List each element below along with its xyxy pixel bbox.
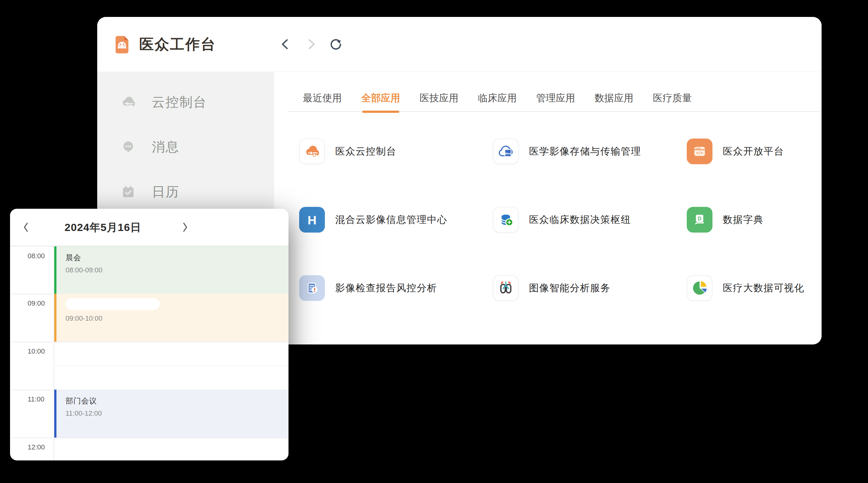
content-area: 最近使用 全部应用 医技应用 临床应用 管理应用 数据应用 医疗质量 <box>274 72 822 345</box>
event-title: 晨会 <box>66 253 288 263</box>
app-label: 影像检查报告风控分析 <box>335 282 437 295</box>
svg-text:</>: </> <box>696 151 703 155</box>
app-label: 医众临床数据决策枢纽 <box>529 213 631 226</box>
app-item-image-ai-analysis[interactable]: 图像智能分析服务 <box>493 275 687 301</box>
event-color-bar <box>54 390 57 438</box>
svg-text:H: H <box>308 213 317 227</box>
pie-chart-icon <box>687 275 712 301</box>
app-item-open-platform[interactable]: </> 医众开放平台 <box>687 138 822 164</box>
hour-gridline <box>10 342 288 342</box>
browser-nav <box>278 33 343 55</box>
calendar-icon <box>120 183 137 200</box>
event-color-bar <box>54 294 57 342</box>
refresh-button[interactable] <box>329 37 343 52</box>
time-label: 09:00 <box>28 299 45 308</box>
event-time: 09:00-10:00 <box>66 314 288 323</box>
time-label: 10:00 <box>28 347 45 355</box>
event-title-redacted-pill <box>66 298 160 310</box>
dictionary-icon: D <box>687 207 712 232</box>
calendar-event-redacted[interactable]: 09:00-10:00 <box>54 294 288 342</box>
half-hour-gridline <box>54 365 288 366</box>
database-plus-icon <box>493 207 519 232</box>
calendar-next-button[interactable] <box>180 221 190 234</box>
tab-medtech-apps[interactable]: 医技应用 <box>420 85 459 111</box>
tab-recent[interactable]: 最近使用 <box>303 85 342 111</box>
app-item-hybrid-cloud-center[interactable]: H 混合云影像信息管理中心 <box>299 207 493 232</box>
cloud-console-icon <box>120 94 137 110</box>
window-header: 医众工作台 <box>97 17 822 72</box>
sidebar-item-label: 消息 <box>152 138 179 156</box>
chevron-left-icon <box>22 222 30 233</box>
sidebar-item-label: 云控制台 <box>152 93 207 111</box>
tab-medical-quality[interactable]: 医疗质量 <box>653 85 692 111</box>
app-label: 医众开放平台 <box>723 145 784 158</box>
app-logo-icon <box>111 33 133 55</box>
calendar-prev-button[interactable] <box>21 221 31 234</box>
tab-all-apps[interactable]: 全部应用 <box>361 85 400 111</box>
event-title: 部门会议 <box>66 396 288 406</box>
calendar-event-department-meeting[interactable]: 部门会议 11:00-12:00 <box>54 390 288 438</box>
tab-data-apps[interactable]: 数据应用 <box>594 85 633 111</box>
sidebar-item-messages[interactable]: 消息 <box>97 134 274 160</box>
sidebar-item-calendar[interactable]: 日历 <box>97 179 274 205</box>
cloud-mos-icon: Mos <box>493 138 519 164</box>
app-label: 数据字典 <box>723 213 764 226</box>
cloud-settings-icon <box>299 138 325 164</box>
svg-text:D: D <box>698 216 702 221</box>
time-label: 12:00 <box>28 443 45 451</box>
app-item-cloud-console[interactable]: 医众云控制台 <box>299 138 493 164</box>
app-label: 医众云控制台 <box>335 145 396 158</box>
report-alert-icon <box>299 275 325 301</box>
app-category-tabs: 最近使用 全部应用 医技应用 临床应用 管理应用 数据应用 医疗质量 <box>288 85 820 112</box>
app-label: 医学影像存储与传输管理 <box>529 145 641 158</box>
app-title: 医众工作台 <box>139 33 216 55</box>
hour-gridline <box>10 438 288 438</box>
event-time: 11:00-12:00 <box>66 409 288 418</box>
tab-management-apps[interactable]: 管理应用 <box>536 85 575 111</box>
app-item-clinical-data-hub[interactable]: 医众临床数据决策枢纽 <box>493 207 687 232</box>
chevron-right-icon <box>181 222 189 233</box>
svg-text:Mos: Mos <box>505 151 511 155</box>
sidebar-item-cloud-console[interactable]: 云控制台 <box>97 89 274 115</box>
app-label: 图像智能分析服务 <box>529 282 611 295</box>
h-letter-icon: H <box>299 207 325 232</box>
app-label: 混合云影像信息管理中心 <box>335 213 447 226</box>
tab-clinical-apps[interactable]: 临床应用 <box>478 85 517 111</box>
sidebar-item-label: 日历 <box>152 183 179 201</box>
app-item-bigdata-visualization[interactable]: 医疗大数据可视化 <box>687 275 822 301</box>
time-label: 11:00 <box>28 395 44 404</box>
event-time: 08:00-09:00 <box>66 266 288 274</box>
calendar-event-morning-meeting[interactable]: 晨会 08:00-09:00 <box>54 246 288 294</box>
time-label: 08:00 <box>28 252 45 260</box>
code-window-icon: </> <box>687 138 712 164</box>
app-item-report-risk-analysis[interactable]: 影像检查报告风控分析 <box>299 275 493 301</box>
calendar-date-label: 2024年5月16日 <box>56 209 150 246</box>
message-icon <box>120 138 137 156</box>
app-item-data-dictionary[interactable]: D 数据字典 <box>687 207 822 232</box>
forward-button[interactable] <box>304 37 318 52</box>
calendar-header: 2024年5月16日 <box>10 209 288 246</box>
calendar-day-schedule: 08:00 09:00 10:00 11:00 12:00 晨会 08:00-0… <box>10 246 288 460</box>
app-label: 医疗大数据可视化 <box>723 282 804 295</box>
lungs-icon <box>493 275 519 301</box>
calendar-panel: 2024年5月16日 08:00 09:00 10:00 11:00 12:00… <box>10 209 288 460</box>
app-grid: 医众云控制台 Mos 医学影像存储与传输管理 <box>299 138 822 301</box>
back-button[interactable] <box>278 37 293 52</box>
event-color-bar <box>54 246 57 294</box>
app-item-image-storage[interactable]: Mos 医学影像存储与传输管理 <box>493 138 687 164</box>
